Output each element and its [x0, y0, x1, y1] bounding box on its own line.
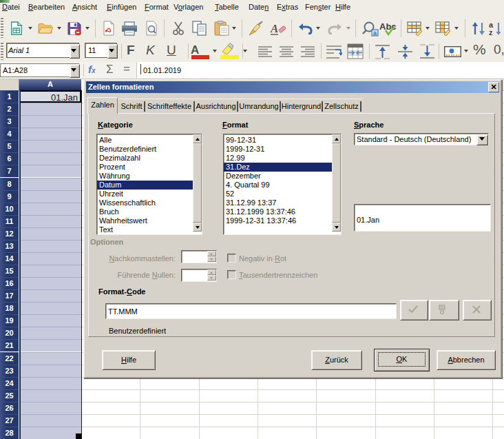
svg-text:A: A [270, 22, 278, 35]
svg-text:a: a [373, 30, 377, 37]
svg-text:z: z [489, 28, 493, 37]
